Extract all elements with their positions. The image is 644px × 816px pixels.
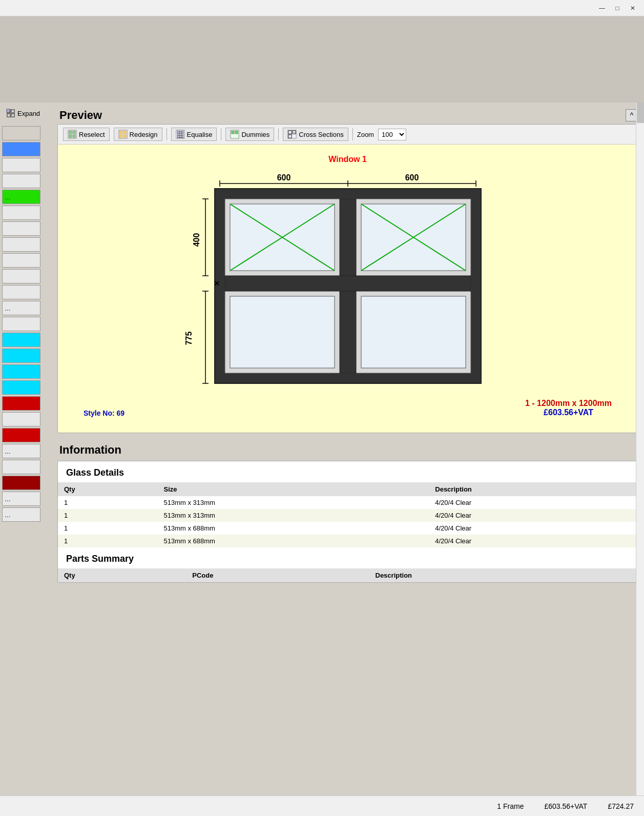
svg-text:600: 600 [277,173,290,182]
sidebar-item-10[interactable] [2,269,40,283]
sidebar-item-6[interactable] [2,206,40,220]
status-frames-label: 1 Frame [497,802,524,810]
sidebar-item-15[interactable] [2,349,40,363]
style-no: Style No: 69 [84,409,124,417]
cross-sections-icon [287,130,297,139]
expand-label: Expand [17,110,40,117]
sidebar-item-5[interactable]: ... [2,190,40,204]
equalise-icon [176,130,185,139]
parts-table-header: Qty PCode Description [58,568,637,582]
cross-sections-label: Cross Sections [299,131,343,138]
svg-rect-2 [7,114,10,117]
sidebar-items: ... ... [2,126,49,522]
glass-row-2-qty: 1 [58,509,157,522]
separator-1 [167,128,167,140]
equalise-button[interactable]: Equalise [171,128,217,141]
svg-rect-42 [225,276,471,291]
dummies-button[interactable]: Dummies [225,128,274,141]
window-svg: 600 600 [184,169,512,395]
reselect-label: Reselect [79,131,105,138]
close-button[interactable]: ✕ [626,3,640,13]
status-price: £603.56+VAT [544,802,587,810]
svg-text:400: 400 [192,233,201,247]
information-card: Glass Details Qty Size Description [57,461,638,583]
redesign-label: Redesign [130,131,158,138]
maximize-button[interactable]: □ [610,3,625,13]
sidebar-item-8[interactable] [2,237,40,252]
svg-rect-3 [11,114,14,117]
reselect-button[interactable]: Reselect [63,128,110,141]
sidebar-item-22[interactable] [2,460,40,474]
sidebar-item-11[interactable] [2,285,40,299]
svg-rect-1 [11,110,14,113]
glass-row-1-desc: 4/20/4 Clear [429,496,637,509]
product-size: 1 - 1200mm x 1200mm [525,399,612,408]
info-card-scroll[interactable]: Glass Details Qty Size Description [58,461,637,582]
sidebar-item-13[interactable] [2,317,40,331]
svg-rect-8 [69,135,72,137]
expand-icon [6,109,15,118]
title-bar: — □ ✕ [0,0,644,16]
status-bar: 1 Frame £603.56+VAT £724.27 [0,795,644,816]
glass-row-2: 1 513mm x 313mm 4/20/4 Clear [58,509,637,522]
svg-rect-25 [232,131,234,134]
information-section: Information Glass Details Qty Size Descr… [57,439,638,583]
svg-rect-45 [230,296,335,368]
zoom-select[interactable]: 100 50 75 125 150 200 [378,129,406,140]
redesign-button[interactable]: Redesign [114,128,162,141]
sidebar-item-12[interactable]: ... [2,301,40,315]
sidebar-item-21-dots: ... [5,447,11,455]
separator-3 [278,128,279,140]
preview-section: Preview ^ [57,107,638,433]
sidebar-item-24[interactable]: ... [2,492,40,506]
sidebar-item-19[interactable] [2,412,40,426]
svg-rect-13 [119,135,122,137]
product-price: £603.56+VAT [525,408,612,417]
window-diagram: 600 600 [73,169,622,395]
sidebar-item-3[interactable] [2,158,40,172]
sidebar-item-14[interactable] [2,333,40,347]
top-area [0,16,644,103]
svg-text:600: 600 [405,173,419,182]
sidebar: Expand ... ... [0,103,51,795]
status-total: £724.27 [608,802,634,810]
sidebar-item-1[interactable] [2,126,40,140]
glass-table-header: Qty Size Description [58,482,637,496]
svg-rect-9 [73,135,75,137]
sidebar-item-2[interactable] [2,142,40,156]
glass-row-1-size: 513mm x 313mm [157,496,429,509]
glass-row-3: 1 513mm x 688mm 4/20/4 Clear [58,522,637,535]
glass-row-3-desc: 4/20/4 Clear [429,522,637,535]
glass-details-title: Glass Details [58,461,637,482]
sidebar-item-18[interactable] [2,396,40,411]
glass-row-4: 1 513mm x 688mm 4/20/4 Clear [58,535,637,547]
dummies-label: Dummies [241,131,269,138]
status-price-label: £603.56+VAT [544,802,587,810]
sidebar-item-23[interactable] [2,476,40,490]
svg-rect-4 [7,109,10,112]
sidebar-item-25[interactable]: ... [2,507,40,522]
parts-summary-title: Parts Summary [58,547,637,568]
preview-title: Preview [59,109,102,122]
sidebar-item-21[interactable]: ... [2,444,40,458]
glass-col-size: Size [157,482,429,496]
glass-row-2-desc: 4/20/4 Clear [429,509,637,522]
status-total-label: £724.27 [608,802,634,810]
sidebar-item-17[interactable] [2,380,40,395]
sidebar-item-20[interactable] [2,428,40,442]
sidebar-item-5-dots: ... [5,193,11,201]
minimize-button[interactable]: — [595,3,609,13]
preview-card: Reselect Redesign [57,124,638,433]
reselect-icon [68,130,77,139]
sidebar-item-4[interactable] [2,174,40,188]
glass-row-4-size: 513mm x 688mm [157,535,429,547]
scrollbar-track[interactable] [636,461,638,583]
expand-button[interactable]: Expand [2,107,44,120]
sidebar-item-7[interactable] [2,221,40,236]
sidebar-item-9[interactable] [2,253,40,268]
cross-sections-button[interactable]: Cross Sections [283,128,348,141]
main-container: Expand ... ... [0,103,644,795]
svg-text:✕: ✕ [214,279,220,288]
glass-table: Qty Size Description 1 513mm x 313mm 4/2… [58,482,637,547]
sidebar-item-16[interactable] [2,364,40,379]
